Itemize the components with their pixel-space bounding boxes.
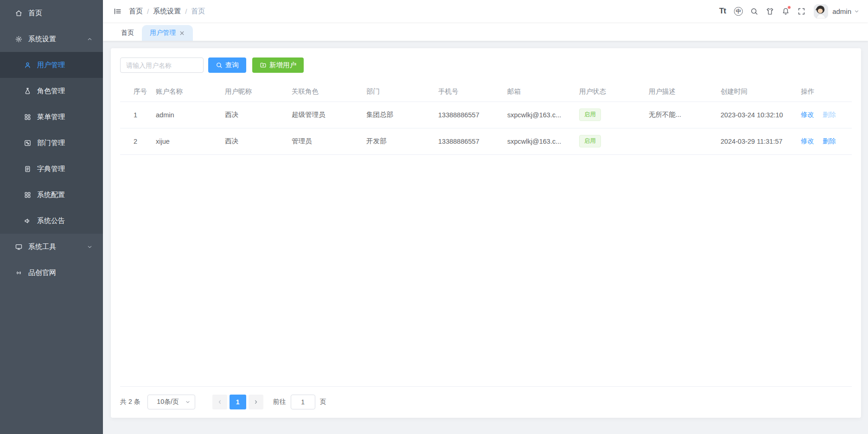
breadcrumb: 首页 / 系统设置 / 首页 [129, 7, 205, 16]
col-header-department: 部门 [366, 82, 438, 102]
cell-department: 集团总部 [366, 102, 438, 128]
sidebar-item-label: 菜单管理 [37, 113, 65, 121]
tab-home[interactable]: 首页 [113, 25, 142, 41]
page-number-1[interactable]: 1 [230, 395, 246, 409]
building-icon [24, 139, 32, 147]
sidebar-item-department-management[interactable]: 部门管理 [0, 130, 103, 156]
edit-link[interactable]: 修改 [801, 111, 814, 118]
sidebar-item-menu-management[interactable]: 菜单管理 [0, 104, 103, 130]
cell-created-at: 2024-03-29 11:31:57 [721, 128, 801, 154]
font-size-button[interactable]: Tt [715, 3, 730, 19]
cell-description [649, 128, 721, 154]
col-header-phone: 手机号 [438, 82, 507, 102]
top-navbar: 首页 / 系统设置 / 首页 Tt 中 [103, 0, 868, 22]
search-icon [216, 62, 223, 69]
search-icon [750, 7, 759, 16]
chevron-up-icon [87, 36, 93, 42]
add-user-button-label: 新增用户 [269, 61, 296, 70]
delete-link[interactable]: 删除 [823, 137, 836, 145]
sidebar-item-user-management[interactable]: 用户管理 [0, 52, 103, 78]
sidebar-item-home[interactable]: 首页 [0, 0, 103, 26]
cell-created-at: 2023-03-24 10:32:10 [721, 102, 801, 128]
sidebar: 首页 系统设置 用户管理 角色管理 菜单管理 部门管理 [0, 0, 103, 434]
sidebar-item-role-management[interactable]: 角色管理 [0, 78, 103, 104]
fullscreen-button[interactable] [793, 3, 809, 19]
cell-phone: 13388886557 [438, 102, 507, 128]
cell-no: 1 [120, 102, 156, 128]
breadcrumb-item-system-settings[interactable]: 系统设置 [153, 7, 181, 16]
table-row: 1 admin 西决 超级管理员 集团总部 13388886557 sxpcwl… [120, 102, 852, 128]
sidebar-item-label: 字典管理 [37, 165, 65, 173]
col-header-no: 序号 [120, 82, 156, 102]
notifications-button[interactable] [778, 3, 793, 19]
search-input[interactable] [120, 57, 204, 73]
edit-link[interactable]: 修改 [801, 137, 814, 145]
next-page-button[interactable] [249, 395, 263, 409]
sidebar-item-label: 角色管理 [37, 87, 65, 96]
cell-email: sxpcwlkj@163.c... [507, 102, 579, 128]
sidebar-item-label: 系统设置 [28, 35, 56, 44]
search-button-navbar[interactable] [746, 3, 762, 19]
search-button[interactable]: 查询 [208, 57, 246, 73]
cell-status: 启用 [579, 102, 649, 128]
theme-button[interactable] [762, 3, 778, 19]
page-size-select[interactable]: 10条/页 [147, 395, 195, 409]
col-header-role: 关联角色 [292, 82, 366, 102]
user-menu[interactable]: admin [832, 7, 860, 15]
pagination: 共 2 条 10条/页 1 前往 页 [120, 387, 852, 409]
sidebar-item-system-tools[interactable]: 系统工具 [0, 234, 103, 260]
flask-icon [24, 87, 32, 95]
grid-icon [24, 113, 32, 121]
cell-role: 管理员 [292, 128, 366, 154]
cell-role: 超级管理员 [292, 102, 366, 128]
sidebar-item-system-announcement[interactable]: 系统公告 [0, 208, 103, 234]
fold-icon [113, 7, 122, 16]
sidebar-item-official-website[interactable]: 品创官网 [0, 260, 103, 286]
user-icon [24, 61, 32, 69]
prev-page-button[interactable] [212, 395, 227, 409]
sidebar-item-system-config[interactable]: 系统配置 [0, 182, 103, 208]
broadcast-icon [15, 269, 23, 277]
language-icon: 中 [734, 7, 743, 16]
sidebar-item-dictionary-management[interactable]: 字典管理 [0, 156, 103, 182]
breadcrumb-separator: / [185, 7, 187, 15]
speaker-icon [24, 217, 32, 225]
sidebar-toggle-button[interactable] [109, 3, 125, 19]
total-count-label: 共 2 条 [120, 398, 140, 406]
sidebar-item-label: 系统配置 [37, 191, 65, 199]
sidebar-item-label: 首页 [28, 9, 42, 18]
breadcrumb-separator: / [147, 7, 149, 15]
notification-dot [787, 6, 791, 9]
chevron-down-icon [87, 244, 93, 250]
tab-user-management[interactable]: 用户管理 [142, 25, 193, 41]
user-table: 序号 账户名称 用户昵称 关联角色 部门 手机号 邮箱 用户状态 用户描述 创建… [120, 82, 852, 387]
cell-department: 开发部 [366, 128, 438, 154]
page-unit-label: 页 [320, 398, 326, 406]
sidebar-item-label: 部门管理 [37, 139, 65, 147]
main-area: 首页 / 系统设置 / 首页 Tt 中 [103, 0, 868, 434]
add-user-button[interactable]: 新增用户 [252, 57, 304, 73]
chevron-left-icon [217, 399, 223, 405]
tabs-bar: 首页 用户管理 [103, 22, 868, 41]
goto-page-label: 前往 [273, 398, 286, 406]
close-icon[interactable] [179, 30, 185, 36]
toolbar: 查询 新增用户 [120, 57, 852, 73]
search-button-label: 查询 [225, 61, 239, 70]
cell-email: sxpcwlkj@163.c... [507, 128, 579, 154]
goto-page-input[interactable] [291, 395, 315, 409]
sidebar-item-label: 用户管理 [37, 61, 65, 70]
cell-status: 启用 [579, 128, 649, 154]
cell-description: 无所不能... [649, 102, 721, 128]
language-switch-button[interactable]: 中 [730, 3, 746, 19]
document-icon [24, 165, 32, 173]
cell-phone: 13388886557 [438, 128, 507, 154]
breadcrumb-item-current: 首页 [191, 7, 205, 16]
sidebar-item-system-settings[interactable]: 系统设置 [0, 26, 103, 52]
tshirt-icon [766, 7, 774, 16]
breadcrumb-item-home[interactable]: 首页 [129, 7, 143, 16]
cell-account: xijue [156, 128, 225, 154]
avatar[interactable] [814, 4, 828, 19]
gear-icon [15, 35, 23, 43]
delete-link[interactable]: 删除 [823, 111, 836, 118]
col-header-status: 用户状态 [579, 82, 649, 102]
